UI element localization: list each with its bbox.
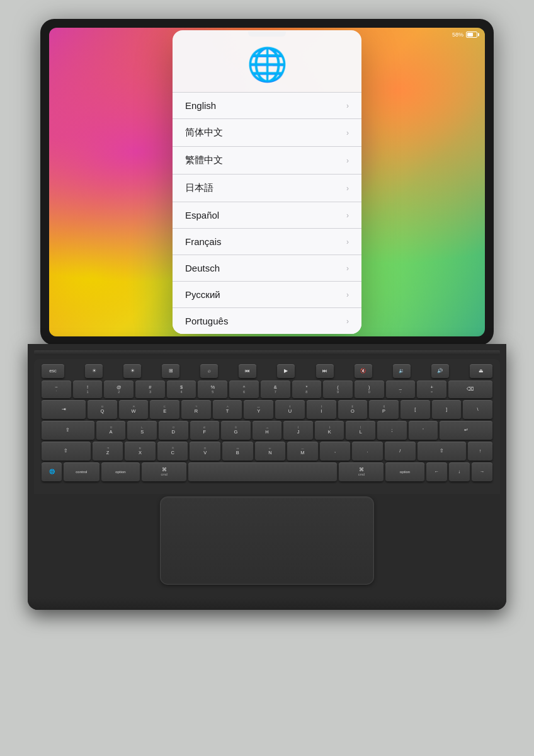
bottom-row: 🌐 control option ⌘cmd ⌘cmd option ← ↓ →: [42, 462, 492, 481]
asdf-row: ⇪ ㅁA ㄴS ㅇD ㄹF ㅎG ㅗH ㅓJ ㅏK ㅣL ; ' ↵: [42, 421, 492, 440]
key-space[interactable]: [188, 462, 337, 481]
key-v[interactable]: ㅍV: [190, 442, 220, 461]
key-p[interactable]: ㅔP: [369, 400, 399, 419]
key-left-bracket[interactable]: [: [401, 400, 430, 419]
key-8[interactable]: *8: [292, 381, 322, 398]
language-item-portuguese[interactable]: Português ›: [173, 307, 361, 334]
key-prev-track[interactable]: ⏮: [239, 364, 256, 378]
magic-keyboard: esc ☀ ☀ ⊞ ⌕ ⏮ ▶ ⏭ 🔇 🔉 🔊 ⏏ ~` !1: [28, 344, 506, 610]
key-next-track[interactable]: ⏭: [316, 364, 334, 378]
globe-icon: 🌐: [247, 48, 288, 81]
key-s[interactable]: ㄴS: [127, 421, 157, 440]
language-item-japanese[interactable]: 日本語 ›: [173, 174, 361, 202]
key-q[interactable]: ㅂQ: [88, 400, 117, 419]
language-item-spanish[interactable]: Español ›: [173, 202, 361, 228]
key-f[interactable]: ㄹF: [190, 421, 220, 440]
key-play-pause[interactable]: ▶: [277, 364, 295, 378]
key-g[interactable]: ㅎG: [221, 421, 251, 440]
key-a[interactable]: ㅁA: [96, 421, 126, 440]
language-label-russian: Русский: [185, 289, 220, 300]
key-power[interactable]: ⏏: [470, 364, 492, 378]
trackpad-area: [34, 494, 500, 597]
key-brightness-up[interactable]: ☀: [123, 364, 141, 378]
key-z[interactable]: ㅋZ: [93, 442, 123, 461]
key-control[interactable]: control: [64, 462, 99, 481]
key-u[interactable]: ㅕU: [275, 400, 305, 419]
key-k[interactable]: ㅏK: [315, 421, 344, 440]
key-i[interactable]: ㅑI: [307, 400, 336, 419]
key-r[interactable]: ㄱR: [181, 400, 211, 419]
language-item-traditional-chinese[interactable]: 繁體中文 ›: [173, 146, 361, 174]
key-option-left[interactable]: option: [101, 462, 140, 481]
key-j[interactable]: ㅓJ: [283, 421, 313, 440]
key-esc[interactable]: esc: [42, 364, 64, 378]
key-b[interactable]: ㅠB: [222, 442, 253, 461]
language-item-german[interactable]: Deutsch ›: [173, 255, 361, 281]
key-3[interactable]: #3: [135, 381, 165, 398]
key-e[interactable]: ㄷE: [150, 400, 179, 419]
key-x[interactable]: ㅌX: [125, 442, 156, 461]
chevron-icon-spanish: ›: [346, 211, 349, 220]
language-item-russian[interactable]: Русский ›: [173, 281, 361, 307]
battery-icon: [466, 32, 477, 38]
key-h[interactable]: ㅗH: [253, 421, 282, 440]
key-9[interactable]: (9: [323, 381, 353, 398]
key-return[interactable]: ↵: [440, 421, 492, 440]
battery-fill: [467, 33, 473, 37]
key-n[interactable]: ㅜN: [255, 442, 286, 461]
key-o[interactable]: ㅐO: [338, 400, 368, 419]
desk-surface: 58% 🌐 English › 简体中文 › 繁體中文 ›: [0, 0, 534, 756]
key-search[interactable]: ⌕: [200, 364, 218, 378]
key-arrow-down[interactable]: ↓: [449, 462, 470, 481]
key-backspace[interactable]: ⌫: [448, 381, 492, 398]
language-label-french: Français: [185, 236, 222, 247]
key-right-bracket[interactable]: ]: [432, 400, 462, 419]
key-semicolon[interactable]: ;: [377, 421, 407, 440]
key-brightness-down[interactable]: ☀: [85, 364, 103, 378]
key-0[interactable]: )0: [355, 381, 384, 398]
key-period[interactable]: .: [352, 442, 383, 461]
key-mute[interactable]: 🔇: [355, 364, 372, 378]
key-backslash[interactable]: \: [463, 400, 492, 419]
language-label-spanish: Español: [185, 210, 219, 220]
key-c[interactable]: ㅊC: [157, 442, 188, 461]
ipad-device: 58% 🌐 English › 简体中文 › 繁體中文 ›: [40, 19, 494, 345]
key-minus[interactable]: _-: [386, 381, 416, 398]
trackpad[interactable]: [160, 496, 374, 585]
key-6[interactable]: ^6: [229, 381, 259, 398]
key-w[interactable]: ㅈW: [119, 400, 149, 419]
key-4[interactable]: $4: [167, 381, 196, 398]
key-command-right[interactable]: ⌘cmd: [339, 462, 383, 481]
key-equals[interactable]: +=: [417, 381, 446, 398]
key-slash[interactable]: /: [385, 442, 416, 461]
key-mission-control[interactable]: ⊞: [162, 364, 179, 378]
key-m[interactable]: ㅡM: [287, 442, 318, 461]
key-1[interactable]: !1: [73, 381, 103, 398]
language-item-simplified-chinese[interactable]: 简体中文 ›: [173, 118, 361, 146]
key-option-right[interactable]: option: [385, 462, 424, 481]
key-shift-left[interactable]: ⇧: [42, 442, 91, 461]
key-tab[interactable]: ⇥: [42, 400, 86, 419]
key-command-left[interactable]: ⌘cmd: [142, 462, 186, 481]
key-comma[interactable]: ,: [320, 442, 351, 461]
key-5[interactable]: %5: [198, 381, 227, 398]
key-2[interactable]: @2: [104, 381, 134, 398]
key-quote[interactable]: ': [409, 421, 438, 440]
key-l[interactable]: ㅣL: [346, 421, 375, 440]
chevron-icon-japanese: ›: [346, 184, 349, 193]
key-arrow-left[interactable]: ←: [426, 462, 447, 481]
key-7[interactable]: &7: [261, 381, 290, 398]
key-y[interactable]: ㅛY: [244, 400, 273, 419]
key-backtick[interactable]: ~`: [42, 381, 71, 398]
key-volume-down[interactable]: 🔉: [393, 364, 411, 378]
key-d[interactable]: ㅇD: [159, 421, 188, 440]
language-item-english[interactable]: English ›: [173, 92, 361, 118]
key-capslock[interactable]: ⇪: [42, 421, 94, 440]
key-globe[interactable]: 🌐: [42, 462, 62, 481]
key-t[interactable]: ㅅT: [213, 400, 242, 419]
key-shift-right[interactable]: ⇧: [418, 442, 467, 461]
language-item-french[interactable]: Français ›: [173, 228, 361, 255]
key-arrow-up[interactable]: ↑: [468, 442, 492, 461]
key-volume-up[interactable]: 🔊: [431, 364, 449, 378]
key-arrow-right[interactable]: →: [472, 462, 492, 481]
